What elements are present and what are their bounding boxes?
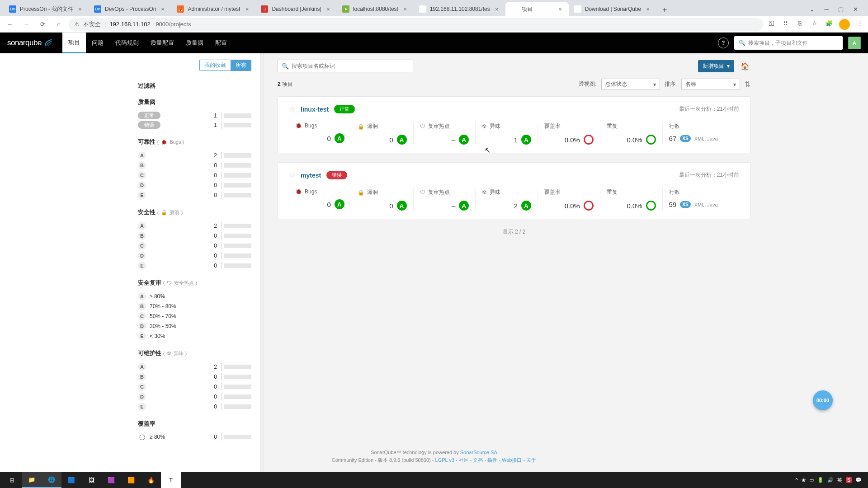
bookmark-icon[interactable]: ☆	[810, 19, 819, 28]
forward-button[interactable]: →	[20, 18, 33, 31]
browser-tab[interactable]: OnDevOps - ProcessOn×	[89, 2, 171, 16]
project-name-link[interactable]: mytest	[301, 172, 321, 179]
tray-icon[interactable]: ❀	[802, 477, 806, 483]
coverage-facet-row[interactable]: ◯ ≥ 80% 0	[138, 432, 251, 441]
maintain-facet-row[interactable]: B0	[138, 372, 251, 382]
reliability-facet-row[interactable]: C0	[138, 170, 251, 180]
tab-close-icon[interactable]: ×	[645, 6, 651, 12]
tray-battery-icon[interactable]: 🔋	[817, 477, 824, 483]
tab-close-icon[interactable]: ×	[160, 6, 166, 12]
sort-direction-icon[interactable]: ⇅	[745, 80, 750, 89]
tab-close-icon[interactable]: ×	[557, 6, 563, 12]
url-input[interactable]: ⚠ 不安全 | 192.168.11.102:9000/projects	[69, 18, 763, 31]
tray-notifications-icon[interactable]: 💬	[855, 477, 862, 483]
browser-tab[interactable]: ◐项目×	[505, 2, 569, 16]
browser-tab[interactable]: ●localhost:8080/test×	[337, 2, 414, 16]
nav-link[interactable]: 质量阈	[180, 33, 209, 53]
reliability-facet-row[interactable]: D0	[138, 180, 251, 190]
home-button[interactable]: ⌂	[52, 18, 65, 31]
nav-link[interactable]: 代码规则	[109, 33, 145, 53]
recording-timer[interactable]: 00:00	[813, 390, 833, 410]
minimize-button[interactable]: ─	[820, 4, 833, 14]
review-facet-row[interactable]: B70% - 80%	[138, 301, 251, 311]
security-facet-row[interactable]: C0	[138, 241, 251, 251]
sort-select[interactable]: 名称▾	[681, 79, 740, 90]
tab-close-icon[interactable]: ×	[494, 6, 500, 12]
browser-tab[interactable]: ○192.168.11.102:8081/tes×	[414, 2, 505, 16]
sonarsource-link[interactable]: SonarSource SA	[460, 450, 497, 455]
security-facet-row[interactable]: D0	[138, 251, 251, 261]
nav-link[interactable]: 问题	[86, 33, 109, 53]
extensions-icon[interactable]: 🧩	[825, 19, 834, 28]
taskbar-app3[interactable]: T	[161, 472, 181, 488]
project-search[interactable]: 🔍	[278, 60, 413, 72]
tab-close-icon[interactable]: ×	[244, 6, 250, 12]
review-facet-row[interactable]: A≥ 80%	[138, 291, 251, 301]
footer-link[interactable]: 关于	[526, 457, 536, 463]
reliability-facet-row[interactable]: B0	[138, 160, 251, 170]
quality-gate-facet[interactable]: 正常1	[138, 111, 251, 120]
tab-close-icon[interactable]: ×	[325, 6, 331, 12]
security-facet-row[interactable]: A2	[138, 221, 251, 231]
nav-link[interactable]: 项目	[62, 33, 86, 53]
new-tab-button[interactable]: +	[658, 4, 671, 16]
tab-close-icon[interactable]: ×	[402, 6, 408, 12]
review-facet-row[interactable]: D30% - 50%	[138, 321, 251, 331]
close-window-button[interactable]: ✕	[849, 4, 862, 14]
quality-gate-facet[interactable]: 错误1	[138, 120, 251, 130]
taskbar-app1[interactable]: 🖼	[81, 472, 101, 488]
maintain-facet-row[interactable]: D0	[138, 392, 251, 402]
taskbar-app2[interactable]: 🔥	[141, 472, 161, 488]
taskbar-vscode[interactable]: 🟦	[61, 472, 81, 488]
footer-link[interactable]: Web接口	[502, 457, 522, 463]
taskbar-explorer[interactable]: 📁	[22, 472, 42, 488]
all-tab[interactable]: 所有	[231, 60, 251, 71]
project-name-link[interactable]: linux-test	[301, 106, 329, 113]
menu-icon[interactable]: ⋮	[855, 19, 864, 28]
favorite-star-icon[interactable]: ☆	[289, 171, 295, 179]
maintain-facet-row[interactable]: E0	[138, 402, 251, 412]
browser-tab[interactable]: 🦊Administrator / mytest×	[171, 2, 255, 16]
security-facet-row[interactable]: E0	[138, 261, 251, 271]
review-facet-row[interactable]: E< 30%	[138, 331, 251, 341]
set-home-icon[interactable]: 🏠	[740, 61, 750, 71]
translate-icon[interactable]: ⠿	[781, 19, 790, 28]
reliability-facet-row[interactable]: A2	[138, 150, 251, 160]
tray-expand-icon[interactable]: ^	[795, 477, 797, 483]
browser-tab[interactable]: ◐Download | SonarQube×	[569, 2, 657, 16]
tray-icon[interactable]: ▭	[809, 477, 814, 483]
dropdown-icon[interactable]: ⌄	[806, 4, 818, 14]
back-button[interactable]: ←	[4, 18, 16, 31]
new-project-button[interactable]: 新增项目▾	[698, 60, 734, 72]
reliability-facet-row[interactable]: E0	[138, 190, 251, 200]
browser-tab[interactable]: OnProcessOn - 我的文件×	[4, 2, 89, 16]
perspective-select[interactable]: 总体状态▾	[601, 79, 660, 90]
start-button[interactable]: ⊞	[2, 472, 22, 488]
user-avatar[interactable]: A	[848, 37, 861, 49]
help-icon[interactable]: ?	[718, 38, 729, 48]
my-favorites-tab[interactable]: 我的收藏	[199, 60, 231, 71]
profile-avatar[interactable]	[839, 19, 850, 30]
maintain-facet-row[interactable]: C0	[138, 382, 251, 392]
nav-link[interactable]: 质量配置	[145, 33, 180, 53]
maintain-facet-row[interactable]: A2	[138, 362, 251, 372]
taskbar-sublime[interactable]: 🟧	[121, 472, 141, 488]
browser-tab[interactable]: JDashboard [Jenkins]×	[255, 2, 336, 16]
tray-volume-icon[interactable]: 🔊	[827, 477, 834, 483]
tab-close-icon[interactable]: ×	[77, 6, 83, 12]
system-tray[interactable]: ^ ❀ ▭ 🔋 🔊 英 S 💬	[795, 477, 866, 483]
taskbar-chrome[interactable]: 🌐	[42, 472, 61, 488]
password-icon[interactable]: ⚿	[767, 19, 776, 28]
scrollbar[interactable]	[260, 53, 264, 472]
nav-link[interactable]: 配置	[209, 33, 233, 53]
tray-app[interactable]: S	[846, 477, 852, 483]
security-facet-row[interactable]: B0	[138, 231, 251, 241]
footer-link[interactable]: 文档	[473, 457, 483, 463]
sonarqube-logo[interactable]: sonarqube	[7, 38, 53, 48]
footer-link[interactable]: LGPL v3	[435, 457, 454, 463]
taskbar-pycharm[interactable]: 🟪	[101, 472, 121, 488]
footer-link[interactable]: 社区	[459, 457, 469, 463]
review-facet-row[interactable]: C50% - 70%	[138, 311, 251, 321]
global-search[interactable]: 🔍 搜索项目，子项目和文件	[734, 36, 843, 50]
project-search-input[interactable]	[292, 63, 409, 69]
